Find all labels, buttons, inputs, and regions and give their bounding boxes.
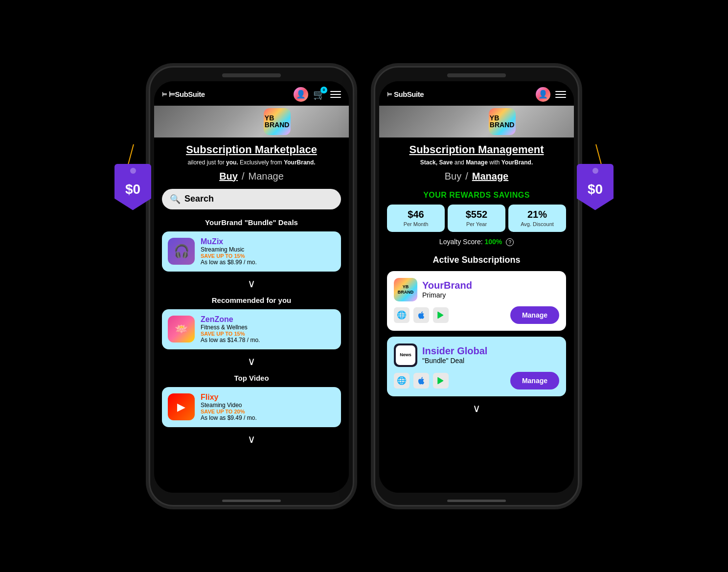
reward-year-label: Per Year — [451, 221, 502, 227]
avatar-left[interactable]: 👤 — [294, 87, 308, 102]
manage-tab-left[interactable]: Manage — [249, 171, 284, 182]
muzix-icon-symbol: 🎧 — [174, 244, 189, 259]
buy-tab-left[interactable]: Buy — [219, 171, 238, 182]
hamburger-left[interactable] — [330, 91, 341, 98]
zenzone-save: SAVE UP TO 15% — [201, 331, 335, 337]
logo-right: ⊨ SubSuite — [387, 90, 424, 98]
manage-btn-insider[interactable]: Manage — [510, 372, 559, 389]
chevron-section3: ∨ — [162, 433, 341, 446]
cart-icon-left[interactable]: 🛒 0 — [313, 89, 325, 100]
appstore-icon-yourbrand[interactable] — [413, 307, 429, 323]
logo-text-left: ⊨SubSuite — [169, 90, 205, 99]
yourbrand-card-header: YBBRAND YourBrand Primary — [394, 278, 559, 301]
home-indicator-right — [447, 500, 506, 502]
insider-subtitle: "Bundle" Deal — [422, 357, 487, 365]
manage-tab-right[interactable]: Manage — [472, 171, 508, 182]
playstore-icon-insider[interactable] — [433, 373, 449, 389]
insider-logo-inner: News — [396, 345, 415, 365]
chevron-section1: ∨ — [162, 277, 341, 290]
rewards-section: YOUR REWARDS SAVINGS $46 Per Month $552 … — [387, 189, 566, 255]
page-title-left: Subscription Marketplace — [162, 143, 341, 156]
logo-icon-left: ⊨ — [162, 91, 167, 98]
insider-info: Insider Global "Bundle" Deal — [422, 345, 487, 365]
rewards-title: YOUR REWARDS SAVINGS — [387, 191, 566, 200]
buy-tab-right[interactable]: Buy — [445, 171, 461, 182]
left-phone-wrapper: $0 ⊨ ⊨SubSuite 👤 — [149, 66, 354, 506]
yourbrand-card: YBBRAND YourBrand Primary 🌐 — [387, 271, 566, 331]
reward-per-year: $552 Per Year — [448, 205, 505, 232]
logo-text-right: SubSuite — [394, 90, 424, 98]
flixy-save: SAVE UP TO 20% — [201, 409, 335, 414]
cart-badge-left: 0 — [320, 87, 327, 93]
banner-right: YBBRAND — [379, 106, 574, 137]
avatar-face-right: 👤 — [538, 90, 548, 99]
header-icons-right: 👤 — [536, 87, 566, 102]
muzix-category: Streaming Music — [201, 246, 335, 253]
zenzone-name: ZenZone — [201, 315, 335, 324]
buy-manage-left: Buy / Manage — [162, 171, 341, 182]
flixy-card[interactable]: ▶ Flixy Steaming Video SAVE UP TO 20% As… — [162, 387, 341, 427]
phone-notch-left — [222, 73, 281, 77]
yourbrand-info: YourBrand Primary — [422, 280, 472, 299]
muzix-price: As low as $8.99 / mo. — [201, 259, 335, 266]
zenzone-card[interactable]: 🪷 ZenZone Fitness & Wellnes SAVE UP TO 1… — [162, 309, 341, 349]
insider-card: News Insider Global "Bundle" Deal 🌐 — [387, 337, 566, 396]
chevron-section2: ∨ — [162, 355, 341, 368]
flixy-name: Flixy — [201, 393, 335, 402]
muzix-name: MuZix — [201, 237, 335, 246]
page-title-right: Subscription Management — [387, 143, 566, 156]
right-phone-wrapper: $0 ⊨ SubSuite 👤 — [374, 66, 579, 506]
loyalty-row: Loyalty Score: 100% ? — [387, 238, 566, 246]
phone-notch-right — [447, 73, 506, 77]
flixy-icon: ▶ — [168, 393, 195, 420]
banner-logo-right: YBBRAND — [489, 108, 516, 135]
zenzone-category: Fitness & Wellnes — [201, 324, 335, 331]
zenzone-icon-symbol: 🪷 — [175, 323, 188, 336]
header-icons-left: 👤 🛒 0 — [294, 87, 341, 102]
manage-btn-yourbrand[interactable]: Manage — [510, 306, 559, 324]
flixy-category: Steaming Video — [201, 402, 335, 409]
insider-card-header: News Insider Global "Bundle" Deal — [394, 343, 559, 367]
left-phone: ⊨ ⊨SubSuite 👤 🛒 0 — [149, 66, 354, 506]
price-tag-right: $0 — [577, 164, 614, 210]
section-title-bundle: YourBrand "Bundle" Deals — [162, 218, 341, 227]
yourbrand-actions: 🌐 Manage — [394, 306, 559, 324]
left-screen-content: Subscription Marketplace ailored just fo… — [154, 137, 349, 493]
playstore-icon-yourbrand[interactable] — [433, 307, 449, 323]
zenzone-info: ZenZone Fitness & Wellnes SAVE UP TO 15%… — [201, 315, 335, 343]
search-icon: 🔍 — [170, 194, 181, 205]
reward-year-value: $552 — [451, 209, 502, 219]
app-header-left: ⊨ ⊨SubSuite 👤 🛒 0 — [154, 81, 349, 106]
reward-month-label: Per Month — [390, 221, 442, 227]
search-bar[interactable]: 🔍 Search — [162, 189, 341, 209]
yourbrand-logo: YBBRAND — [394, 278, 417, 301]
loyalty-help-icon[interactable]: ? — [506, 238, 514, 246]
price-tag-right-value: $0 — [588, 182, 603, 197]
insider-logo: News — [394, 343, 417, 367]
web-icon-insider[interactable]: 🌐 — [394, 373, 410, 389]
flixy-icon-symbol: ▶ — [177, 401, 185, 413]
avatar-face-left: 👤 — [296, 90, 306, 99]
insider-actions: 🌐 Manage — [394, 372, 559, 389]
insider-name: Insider Global — [422, 345, 487, 357]
muzix-card[interactable]: 🎧 MuZix Streaming Music SAVE UP TO 15% A… — [162, 231, 341, 272]
app-header-right: ⊨ SubSuite 👤 — [379, 81, 574, 106]
reward-month-value: $46 — [390, 209, 442, 219]
banner-logo-left: YBBRAND — [264, 108, 291, 135]
rewards-grid: $46 Per Month $552 Per Year 21% Avg. Dis… — [387, 205, 566, 232]
search-label: Search — [184, 194, 214, 204]
tagline-right: Stack, Save and Manage with YourBrand. — [387, 159, 566, 166]
hamburger-right[interactable] — [555, 91, 566, 98]
banner-left: YBBRAND — [154, 106, 349, 137]
reward-per-month: $46 Per Month — [387, 205, 445, 232]
muzix-save: SAVE UP TO 15% — [201, 253, 335, 259]
avatar-right[interactable]: 👤 — [536, 87, 550, 102]
reward-avg-discount: 21% Avg. Discount — [508, 205, 566, 232]
appstore-icon-insider[interactable] — [413, 373, 429, 389]
price-tag-left-value: $0 — [125, 182, 140, 197]
yourbrand-name: YourBrand — [422, 280, 472, 291]
section-title-recommended: Recommended for you — [162, 296, 341, 304]
web-icon-yourbrand[interactable]: 🌐 — [394, 307, 410, 323]
right-phone-screen: ⊨ SubSuite 👤 — [379, 81, 574, 493]
active-subs-title: Active Subscriptions — [387, 255, 566, 265]
